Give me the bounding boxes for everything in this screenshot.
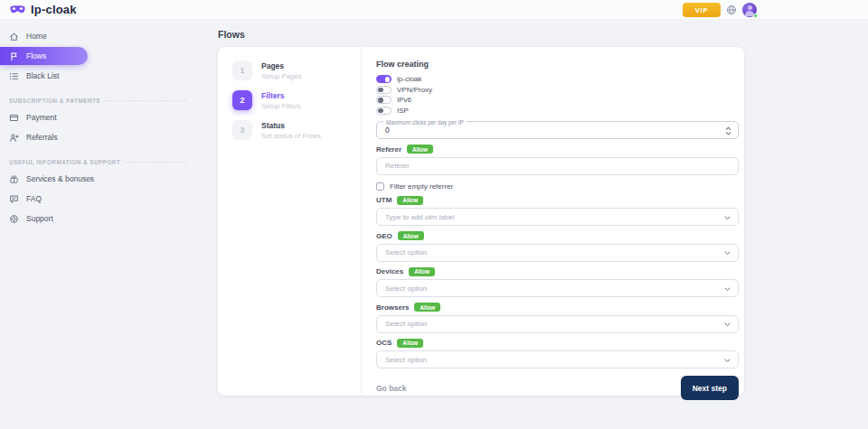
filter-empty-referrer-row[interactable]: Filter empty referrer xyxy=(376,182,739,191)
home-icon xyxy=(9,32,19,42)
max-clicks-label: Maximum clicks per day per IP xyxy=(383,119,467,126)
step-title: Status xyxy=(261,121,321,130)
mask-logo-icon xyxy=(9,5,26,15)
avatar-figure xyxy=(748,5,752,10)
sidebar-item-label: Home xyxy=(26,32,47,41)
utm-label-row: UTM Allow xyxy=(376,197,739,205)
filter-empty-referrer-checkbox[interactable] xyxy=(376,182,384,191)
go-back-link[interactable]: Go back xyxy=(376,384,407,393)
stepper: 1 Pages Setup Pages 2 Filters Setup Filt… xyxy=(218,47,361,150)
vpn-proxy-toggle[interactable] xyxy=(376,86,392,94)
browsers-label-row: Browsers Allow xyxy=(376,303,739,312)
sidebar-item-label: FAQ xyxy=(26,194,42,203)
sidebar-item-referrals[interactable]: Referrals xyxy=(0,128,195,146)
filters-form: Flow creating lp-cloak VPN/Proxy IPv6 IS… xyxy=(376,47,739,400)
select-placeholder: Select option xyxy=(377,284,427,293)
page-title: Flows xyxy=(218,29,744,40)
online-status-dot xyxy=(753,14,758,18)
vip-button[interactable]: VIP xyxy=(683,3,721,17)
chevron-down-icon xyxy=(724,251,731,256)
sidebar-item-label: Flows xyxy=(26,51,46,61)
max-clicks-field: Maximum clicks per day per IP xyxy=(376,121,739,139)
sidebar-item-black-list[interactable]: Black List xyxy=(0,67,195,85)
toggle-label: IPv6 xyxy=(397,96,411,104)
referer-input[interactable] xyxy=(377,162,738,170)
toggle-label: VPN/Proxy xyxy=(397,86,432,94)
ocs-select[interactable]: Select option xyxy=(376,350,739,368)
geo-label: GEO xyxy=(376,232,392,240)
support-icon xyxy=(9,214,19,224)
toggle-row-lp-cloak: lp-cloak xyxy=(376,74,739,85)
sidebar-item-label: Services & bonuses xyxy=(26,174,94,183)
isp-toggle[interactable] xyxy=(376,107,392,115)
sidebar-item-services-bonuses[interactable]: Services & bonuses xyxy=(0,170,195,188)
step-title: Pages xyxy=(261,61,302,70)
sidebar-item-flows[interactable]: Flows xyxy=(0,47,88,65)
geo-label-row: GEO Allow xyxy=(376,232,739,240)
toggle-row-isp: ISP xyxy=(376,106,739,117)
payment-icon xyxy=(9,113,19,123)
toggle-row-vpn-proxy: VPN/Proxy xyxy=(376,85,739,96)
top-header: lp-cloak VIP xyxy=(0,0,868,20)
select-placeholder: Select option xyxy=(377,320,427,328)
devices-label-row: Devices Allow xyxy=(376,268,739,276)
step-number: 3 xyxy=(232,120,252,140)
user-avatar[interactable] xyxy=(742,3,757,17)
devices-select[interactable]: Select option xyxy=(376,279,739,297)
utm-input[interactable] xyxy=(377,213,738,221)
referrals-icon xyxy=(9,133,19,143)
browsers-label: Browsers xyxy=(376,303,409,312)
step-status[interactable]: 3 Status Set status of Flows xyxy=(232,120,361,140)
ocs-allow-badge[interactable]: Allow xyxy=(397,339,423,348)
toggle-label: lp-cloak xyxy=(397,75,422,83)
chevron-down-icon[interactable] xyxy=(724,216,731,220)
globe-icon[interactable] xyxy=(726,5,737,15)
chevron-down-icon xyxy=(724,359,731,363)
referer-label-row: Referer Allow xyxy=(376,145,739,154)
sidebar-section-title: SUBSCRIPTION & PAYMENTS xyxy=(9,98,186,104)
checkbox-label: Filter empty referrer xyxy=(390,182,453,191)
referer-label: Referer xyxy=(376,145,401,154)
step-title: Filters xyxy=(261,91,301,100)
browsers-select[interactable]: Select option xyxy=(376,315,739,333)
chevron-down-icon xyxy=(724,322,731,327)
next-step-button[interactable]: Next step xyxy=(681,376,739,400)
stepper-form-divider xyxy=(361,47,362,396)
sidebar-item-label: Payment xyxy=(26,113,57,122)
number-stepper-icon[interactable] xyxy=(725,126,731,136)
chevron-down-icon xyxy=(724,287,731,292)
geo-select[interactable]: Select option xyxy=(376,244,739,262)
step-subtitle: Setup Filters xyxy=(261,102,301,110)
sidebar-item-home[interactable]: Home xyxy=(0,27,195,45)
browsers-allow-badge[interactable]: Allow xyxy=(414,303,440,312)
select-placeholder: Select option xyxy=(377,356,427,364)
sidebar-item-faq[interactable]: FAQ xyxy=(0,190,195,208)
lp-cloak-toggle[interactable] xyxy=(376,75,392,83)
sidebar-item-support[interactable]: Support xyxy=(0,210,195,228)
step-subtitle: Setup Pages xyxy=(261,72,302,80)
geo-allow-badge[interactable]: Allow xyxy=(398,231,424,240)
utm-label: UTM xyxy=(376,196,392,204)
toggle-row-ipv6: IPv6 xyxy=(376,95,739,106)
ocs-label: OCS xyxy=(376,339,392,347)
form-footer: Go back Next step xyxy=(376,376,739,400)
app-logo[interactable]: lp-cloak xyxy=(9,3,77,16)
step-pages[interactable]: 1 Pages Setup Pages xyxy=(232,61,361,80)
form-title: Flow creating xyxy=(376,61,739,69)
step-number: 2 xyxy=(232,90,252,110)
sidebar-item-payment[interactable]: Payment xyxy=(0,108,195,126)
select-placeholder: Select option xyxy=(377,248,427,256)
logo-text: lp-cloak xyxy=(31,3,77,16)
step-filters[interactable]: 2 Filters Setup Filters xyxy=(232,90,361,110)
sidebar-item-label: Referrals xyxy=(26,133,57,142)
max-clicks-input[interactable] xyxy=(377,126,738,135)
blacklist-icon xyxy=(9,71,19,81)
flow-creation-card: 1 Pages Setup Pages 2 Filters Setup Filt… xyxy=(218,47,744,396)
sidebar-item-label: Black List xyxy=(26,71,59,80)
utm-allow-badge[interactable]: Allow xyxy=(397,196,423,205)
sidebar-section-title: USEFUL INFORMATION & SUPPORT xyxy=(9,159,186,165)
referer-allow-badge[interactable]: Allow xyxy=(407,145,433,154)
devices-label: Devices xyxy=(376,267,403,275)
ipv6-toggle[interactable] xyxy=(376,96,392,104)
devices-allow-badge[interactable]: Allow xyxy=(409,267,435,276)
